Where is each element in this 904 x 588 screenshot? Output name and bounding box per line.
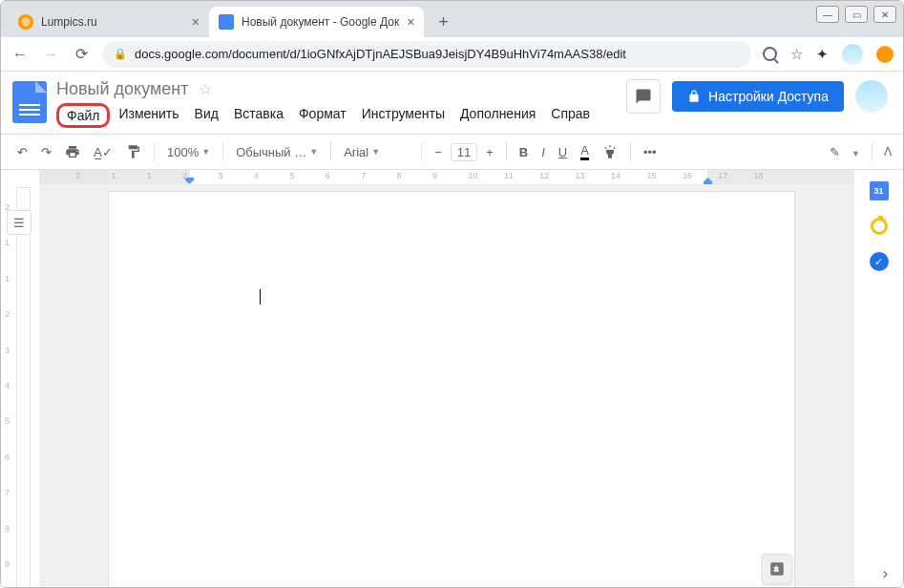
ruler-tick: 9 <box>432 171 437 180</box>
lock-icon <box>687 90 701 103</box>
browser-tab-lumpics[interactable]: Lumpics.ru × <box>9 7 209 37</box>
favicon-icon <box>18 14 33 30</box>
horizontal-ruler[interactable]: 21123456789101112131415161718 <box>39 170 853 185</box>
ruler-tick: 6 <box>5 452 10 462</box>
side-panel-toggle[interactable]: › <box>883 565 888 582</box>
undo-button[interactable]: ↶ <box>12 142 32 162</box>
ruler-tick: 10 <box>468 171 477 180</box>
ruler-tick: 2 <box>5 309 10 319</box>
font-size-decrease[interactable]: − <box>430 142 447 162</box>
reload-button[interactable]: ⟳ <box>72 45 91 63</box>
print-button[interactable] <box>60 141 85 162</box>
back-button[interactable]: ← <box>11 46 30 63</box>
ruler-tick: 15 <box>646 171 656 180</box>
keep-icon[interactable] <box>871 218 888 235</box>
ruler-tick: 2 <box>75 171 80 180</box>
font-select[interactable]: Arial▼ <box>339 142 413 162</box>
font-size-increase[interactable]: + <box>481 142 498 162</box>
page[interactable] <box>108 191 795 588</box>
tasks-icon[interactable] <box>870 252 889 271</box>
ruler-tick: 18 <box>754 171 764 180</box>
close-icon[interactable]: × <box>407 14 414 30</box>
url-text: docs.google.com/document/d/1ioGNfxAjDTjn… <box>135 47 626 61</box>
favicon-icon <box>219 14 234 30</box>
extension-icon[interactable] <box>876 46 893 63</box>
font-size-input[interactable]: 11 <box>451 143 477 161</box>
style-select[interactable]: Обычный …▼ <box>231 142 323 162</box>
ruler-tick: 4 <box>5 381 10 390</box>
window-maximize[interactable]: ▭ <box>845 6 868 23</box>
lock-icon: 🔒 <box>114 48 127 60</box>
workspace: 2112345678910 ☰ 211234567891011121314151… <box>1 170 903 588</box>
outline-button[interactable]: ☰ <box>7 210 32 235</box>
url-input[interactable]: 🔒 docs.google.com/document/d/1ioGNfxAjDT… <box>102 41 751 68</box>
star-icon[interactable]: ☆ <box>199 80 212 98</box>
calendar-icon[interactable] <box>870 181 889 200</box>
address-bar: ← → ⟳ 🔒 docs.google.com/document/d/1ioGN… <box>1 37 903 72</box>
document-title[interactable]: Новый документ <box>56 79 189 99</box>
tab-label: Lumpics.ru <box>41 15 97 29</box>
ruler-tick: 1 <box>111 171 116 180</box>
ruler-tick: 13 <box>576 171 585 180</box>
ruler-tick: 6 <box>326 171 330 180</box>
menu-insert[interactable]: Вставка <box>227 103 290 128</box>
underline-button[interactable]: U <box>554 142 572 162</box>
ruler-tick: 14 <box>611 171 620 180</box>
new-tab-button[interactable]: + <box>430 9 456 35</box>
side-panel <box>853 170 903 588</box>
zoom-select[interactable]: 100%▼ <box>162 142 215 162</box>
ruler-tick: 8 <box>5 524 10 534</box>
ruler-tick: 7 <box>361 171 366 180</box>
text-cursor <box>260 289 261 304</box>
account-avatar[interactable] <box>855 80 888 113</box>
comments-button[interactable] <box>626 79 661 114</box>
docs-header: Новый документ ☆ Файл Изменить Вид Встав… <box>1 72 903 128</box>
search-icon[interactable] <box>763 47 777 61</box>
ruler-tick: 12 <box>539 171 549 180</box>
redo-button[interactable]: ↷ <box>36 142 56 162</box>
italic-button[interactable]: I <box>536 142 550 162</box>
explore-button[interactable] <box>762 554 792 584</box>
menu-view[interactable]: Вид <box>188 103 225 128</box>
window-close[interactable]: ✕ <box>873 6 896 23</box>
ruler-tick: 1 <box>147 171 152 180</box>
ruler-tick: 4 <box>254 171 259 180</box>
menu-edit[interactable]: Изменить <box>112 103 185 128</box>
profile-avatar[interactable] <box>842 44 863 65</box>
document-area: 21123456789101112131415161718 <box>39 170 853 588</box>
close-icon[interactable]: × <box>192 14 200 30</box>
share-button[interactable]: Настройки Доступа <box>672 81 844 112</box>
comment-icon <box>635 88 652 105</box>
paint-format-button[interactable] <box>121 141 146 162</box>
spellcheck-button[interactable]: A̲✓ <box>89 142 117 162</box>
menu-bar: Файл Изменить Вид Вставка Формат Инструм… <box>56 103 617 128</box>
bold-button[interactable]: B <box>515 142 533 162</box>
menu-format[interactable]: Формат <box>292 103 353 128</box>
ruler-tick: 1 <box>5 238 10 247</box>
ruler-tick: 17 <box>718 171 727 180</box>
tab-label: Новый документ - Google Док <box>242 15 399 29</box>
ruler-tick: 9 <box>5 559 10 569</box>
ruler-tick: 11 <box>504 171 514 180</box>
browser-tab-docs[interactable]: Новый документ - Google Док × <box>209 7 424 37</box>
menu-addons[interactable]: Дополнения <box>453 103 542 128</box>
ruler-tick: 3 <box>219 171 223 180</box>
ruler-tick: 1 <box>5 274 10 284</box>
ruler-tick: 5 <box>5 416 10 426</box>
forward-button[interactable]: → <box>41 46 60 63</box>
highlight-button[interactable] <box>598 141 622 162</box>
ruler-tick: 2 <box>182 171 187 180</box>
editing-mode-button[interactable]: ✎▼ <box>830 145 860 159</box>
ruler-tick: 5 <box>289 171 294 180</box>
bookmark-icon[interactable]: ☆ <box>790 46 803 63</box>
more-button[interactable]: ••• <box>639 142 662 162</box>
menu-file[interactable]: Файл <box>56 103 110 128</box>
docs-logo-icon[interactable] <box>12 81 47 123</box>
text-color-button[interactable]: A <box>576 140 594 163</box>
hide-menus-button[interactable]: ᐱ <box>884 145 892 158</box>
menu-tools[interactable]: Инструменты <box>355 103 452 128</box>
window-minimize[interactable]: — <box>816 6 839 23</box>
menu-help[interactable]: Справ <box>544 103 597 128</box>
share-label: Настройки Доступа <box>708 89 829 104</box>
extensions-icon[interactable]: ✦ <box>816 46 829 63</box>
